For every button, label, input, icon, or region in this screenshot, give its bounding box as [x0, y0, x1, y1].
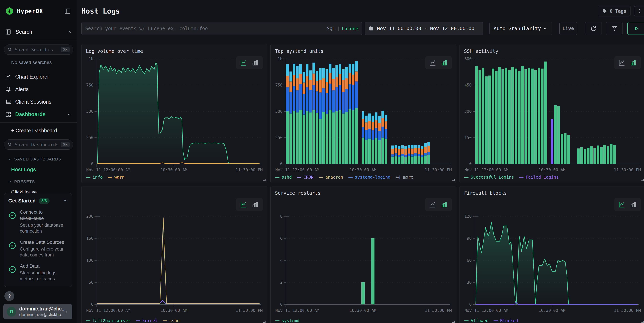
chart-view-toggle[interactable]: [236, 56, 263, 69]
checklist-item[interactable]: Connect to ClickHouse Set up your databa…: [8, 209, 68, 234]
legend-item[interactable]: kernel: [136, 318, 158, 323]
collapse-panel-icon: [64, 8, 71, 15]
run-query-button[interactable]: [628, 22, 644, 35]
create-dashboard-button[interactable]: + Create Dashboard: [11, 128, 77, 133]
legend-item[interactable]: systemd: [275, 318, 299, 323]
sidebar-item-dashboards[interactable]: Dashboards: [0, 109, 77, 120]
search-input[interactable]: [85, 26, 324, 31]
section-saved-dashboards[interactable]: SAVED DASHBOARDS: [8, 157, 77, 162]
legend-item[interactable]: Allowed: [464, 318, 488, 323]
svg-text:10:30:00 AM: 10:30:00 AM: [539, 308, 566, 313]
checklist-item[interactable]: Create Data Sources Configure where your…: [8, 239, 68, 258]
checklist-item[interactable]: Add Data Start sending logs, metrics, or…: [8, 263, 68, 282]
chart-title: Top systemd units: [275, 49, 452, 55]
filter-button[interactable]: [606, 22, 623, 35]
legend-label: warn: [114, 175, 124, 180]
legend-item[interactable]: warn: [108, 175, 124, 180]
resize-handle-icon[interactable]: [642, 179, 644, 181]
chart-view-toggle[interactable]: [425, 198, 452, 211]
svg-text:100: 100: [86, 258, 94, 263]
search-box[interactable]: SQL | Lucene: [81, 22, 362, 35]
saved-searches-input[interactable]: [15, 47, 58, 52]
checklist-item-desc: Configure where your data comes from: [20, 246, 68, 258]
granularity-select[interactable]: Auto Granularity: [490, 22, 552, 35]
legend-item[interactable]: systemd-logind: [348, 175, 390, 180]
bar-chart-icon[interactable]: [440, 201, 448, 208]
resize-handle-icon[interactable]: [263, 179, 266, 181]
line-chart-icon[interactable]: [429, 59, 436, 66]
legend-item[interactable]: info: [86, 175, 103, 180]
svg-text:250: 250: [86, 135, 94, 140]
svg-text:2: 2: [280, 280, 282, 285]
legend-item[interactable]: sshd: [275, 175, 292, 180]
section-presets[interactable]: PRESETS: [8, 179, 77, 184]
chevron-up-icon[interactable]: [62, 198, 68, 203]
sidebar-item-host-logs[interactable]: Host Logs: [11, 167, 77, 172]
legend-item[interactable]: +4 more: [396, 175, 413, 180]
legend-label: Allowed: [471, 318, 488, 323]
search-panel-icon: [5, 29, 12, 35]
legend-label: Failed Logins: [526, 175, 559, 180]
line-chart-icon[interactable]: [618, 59, 626, 66]
laptop-icon: [5, 99, 12, 105]
sql-toggle[interactable]: SQL: [327, 26, 335, 31]
sidebar-item-chart-explorer[interactable]: Chart Explorer: [0, 71, 77, 83]
tags-label: 0 Tags: [610, 9, 626, 14]
tags-button[interactable]: 0 Tags: [598, 6, 630, 17]
chart-view-toggle[interactable]: [425, 56, 452, 69]
bar-chart-icon[interactable]: [252, 201, 259, 208]
user-text: dominic.tran@clic... dominic.tran@clickh…: [19, 306, 64, 317]
line-chart-icon[interactable]: [618, 201, 626, 208]
bar-chart-icon[interactable]: [630, 201, 637, 208]
date-range-picker[interactable]: Nov 11 00:00:00 - Nov 12 00:00:00: [364, 22, 483, 35]
line-chart-icon[interactable]: [429, 201, 436, 208]
svg-text:Nov 11 12:00:00 AM: Nov 11 12:00:00 AM: [275, 168, 319, 172]
chart-view-toggle[interactable]: [614, 198, 641, 211]
chart-panel: Firewall blocks 1209060300Nov 11 12:00:0…: [460, 186, 644, 323]
chart-panel: SSH activity 6004503001500Nov 11 12:00:0…: [460, 44, 644, 183]
legend-item[interactable]: sshd: [163, 318, 180, 323]
user-profile-card[interactable]: D dominic.tran@clic... dominic.tran@clic…: [4, 304, 72, 319]
sidebar-item-alerts[interactable]: Alerts: [0, 84, 77, 95]
sidebar-item-search[interactable]: Search: [0, 26, 77, 38]
legend-item[interactable]: fail2ban-server: [86, 318, 131, 323]
legend-item[interactable]: Blocked: [494, 318, 518, 323]
checklist-item-desc: Set up your database connection: [20, 222, 68, 234]
legend-item[interactable]: Failed Logins: [519, 175, 559, 180]
line-chart-icon[interactable]: [240, 59, 248, 66]
sidebar-collapse-button[interactable]: [63, 7, 72, 16]
legend-label: sshd: [169, 318, 180, 323]
bar-chart-icon[interactable]: [630, 59, 637, 66]
bar-chart-icon[interactable]: [252, 59, 259, 66]
legend-label: Successful Logins: [471, 175, 514, 180]
line-chart-icon[interactable]: [240, 201, 248, 208]
chart-view-toggle[interactable]: [236, 198, 263, 211]
sidebar-item-client-sessions[interactable]: Client Sessions: [0, 96, 77, 108]
chart-view-toggle[interactable]: [614, 56, 641, 69]
chart-title: [86, 190, 263, 196]
more-options-button[interactable]: [634, 6, 644, 17]
search-icon: [7, 47, 12, 52]
saved-dashboards-input[interactable]: [15, 142, 58, 147]
legend-more-link[interactable]: +4 more: [396, 175, 413, 180]
help-button[interactable]: ?: [4, 291, 14, 301]
chart-plot: 1K7505002500Nov 11 12:00:00 AM10:30:00 A…: [86, 56, 263, 173]
get-started-header[interactable]: Get Started 3/3: [8, 198, 68, 204]
bar-chart-icon[interactable]: [440, 59, 448, 66]
legend-item[interactable]: anacron: [318, 175, 343, 180]
svg-text:300: 300: [464, 109, 472, 114]
saved-dashboards-input-wrap[interactable]: ⌘K: [4, 140, 73, 150]
svg-text:120: 120: [464, 214, 472, 219]
refresh-button[interactable]: [585, 22, 602, 35]
legend-item[interactable]: Successful Logins: [464, 175, 514, 180]
legend-item[interactable]: CRON: [297, 175, 314, 180]
live-button[interactable]: Live: [560, 22, 577, 35]
resize-handle-icon[interactable]: [452, 179, 454, 181]
saved-searches-input-wrap[interactable]: ⌘K: [4, 45, 73, 55]
lucene-toggle[interactable]: Lucene: [342, 26, 358, 31]
svg-text:Nov 11 12:00:00 AM: Nov 11 12:00:00 AM: [86, 308, 130, 313]
resize-handle-icon[interactable]: [452, 321, 454, 323]
resize-handle-icon[interactable]: [263, 321, 266, 323]
resize-handle-icon[interactable]: [642, 321, 644, 323]
svg-text:11:30:00 PM: 11:30:00 PM: [236, 308, 263, 313]
